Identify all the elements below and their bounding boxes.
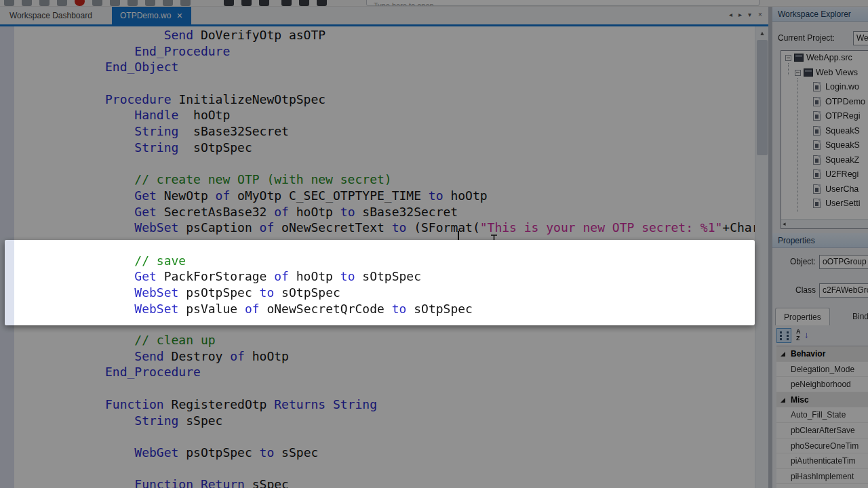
code-line: // save <box>105 253 755 269</box>
ide-window: Type here to open Workspace Dashboard OT… <box>0 0 868 488</box>
highlighted-code: Send DoVerifyOtp asOTP End_ProcedureEnd_… <box>105 240 755 325</box>
editor-margin <box>5 240 14 325</box>
code-line <box>105 240 755 253</box>
spotlight-highlight: Send DoVerifyOtp asOTP End_ProcedureEnd_… <box>5 240 755 325</box>
code-line: WebSet psValue of oNewSecretQrCode to sO… <box>105 301 755 317</box>
code-line: Get PackForStorage of hoOtp to sOtpSpec <box>105 268 755 285</box>
code-line <box>105 317 755 325</box>
code-line: WebSet psOtpSpec to sOtpSpec <box>105 285 755 301</box>
